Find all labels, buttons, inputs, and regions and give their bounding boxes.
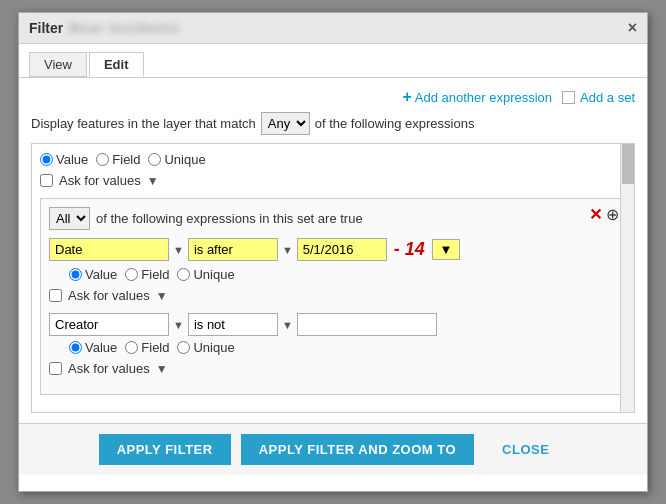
set-header-text: of the following expressions in this set… bbox=[96, 211, 363, 226]
outer-ask-row: Ask for values ▼ bbox=[40, 173, 626, 188]
set-move-icon[interactable]: ⊕ bbox=[606, 205, 619, 224]
filter-scroll-area[interactable]: Value Field Unique Ask for values ▼ bbox=[31, 143, 635, 413]
expr1-radio-field[interactable]: Field bbox=[125, 267, 169, 282]
set-match-select[interactable]: All bbox=[49, 207, 90, 230]
expr2-op-arrow[interactable]: ▼ bbox=[282, 319, 293, 331]
title-text: Filter bbox=[29, 20, 63, 36]
expr2-vfu-row: Value Field Unique bbox=[69, 340, 617, 355]
expr2-radio-value[interactable]: Value bbox=[69, 340, 117, 355]
match-row: Display features in the layer that match… bbox=[31, 112, 635, 135]
add-expression-label: Add another expression bbox=[415, 90, 552, 105]
add-set-button[interactable]: Add a set bbox=[562, 90, 635, 105]
expr1-field-arrow[interactable]: ▼ bbox=[173, 244, 184, 256]
expr2-unique-label: Unique bbox=[193, 340, 234, 355]
set-remove-icon[interactable]: ✕ bbox=[589, 205, 602, 224]
expr1-op-arrow[interactable]: ▼ bbox=[282, 244, 293, 256]
outer-ask-dropdown-icon[interactable]: ▼ bbox=[147, 174, 159, 188]
expr2-radio-group: Value Field Unique bbox=[69, 340, 235, 355]
set-header: All of the following expressions in this… bbox=[49, 207, 617, 230]
title-dataset: Bear Incidents bbox=[69, 20, 179, 36]
close-button[interactable]: CLOSE bbox=[484, 434, 567, 465]
expr2-field-label: Field bbox=[141, 340, 169, 355]
outer-vfu-row: Value Field Unique bbox=[40, 152, 626, 167]
expr1-ask-row: Ask for values ▼ bbox=[49, 288, 617, 303]
expr2-field-input[interactable] bbox=[49, 313, 169, 336]
dialog-close-icon[interactable]: × bbox=[628, 19, 637, 37]
expr2-ask-row: Ask for values ▼ bbox=[49, 361, 617, 376]
expr1-field-input[interactable] bbox=[49, 238, 169, 261]
toolbar-row: + Add another expression Add a set bbox=[31, 88, 635, 106]
apply-filter-zoom-button[interactable]: APPLY FILTER AND ZOOM TO bbox=[241, 434, 474, 465]
expr2-op-input[interactable] bbox=[188, 313, 278, 336]
expr1-row: ▼ ▼ - 14 ▼ bbox=[49, 238, 617, 261]
set-box: All of the following expressions in this… bbox=[40, 198, 626, 395]
outer-radio-value[interactable]: Value bbox=[40, 152, 88, 167]
expr1-ask-label: Ask for values bbox=[68, 288, 150, 303]
expr2-value-input[interactable] bbox=[297, 313, 437, 336]
scrollbar-track[interactable] bbox=[620, 144, 634, 412]
match-select[interactable]: Any bbox=[261, 112, 310, 135]
tab-view[interactable]: View bbox=[29, 52, 87, 77]
expr1-value-input[interactable] bbox=[297, 238, 387, 261]
expr1-ask-arrow[interactable]: ▼ bbox=[156, 289, 168, 303]
expr2-field-arrow[interactable]: ▼ bbox=[173, 319, 184, 331]
outer-value-label: Value bbox=[56, 152, 88, 167]
filter-dialog: Filter Bear Incidents × View Edit + Add … bbox=[18, 12, 648, 492]
expr1-vfu-row: Value Field Unique bbox=[69, 267, 617, 282]
tab-edit[interactable]: Edit bbox=[89, 52, 144, 77]
scrollbar-thumb[interactable] bbox=[622, 144, 634, 184]
outer-unique-label: Unique bbox=[164, 152, 205, 167]
dialog-footer: APPLY FILTER APPLY FILTER AND ZOOM TO CL… bbox=[19, 423, 647, 475]
outer-field-label: Field bbox=[112, 152, 140, 167]
expr2-ask-label: Ask for values bbox=[68, 361, 150, 376]
expr1-op-input[interactable] bbox=[188, 238, 278, 261]
expr1-ask-checkbox[interactable] bbox=[49, 289, 62, 302]
expr1-unique-label: Unique bbox=[193, 267, 234, 282]
dialog-title: Filter Bear Incidents bbox=[29, 20, 180, 36]
expr1-radio-value[interactable]: Value bbox=[69, 267, 117, 282]
expr2-row: ▼ ▼ bbox=[49, 313, 617, 336]
match-suffix: of the following expressions bbox=[315, 116, 475, 131]
outer-ask-label: Ask for values bbox=[59, 173, 141, 188]
expr2-ask-checkbox[interactable] bbox=[49, 362, 62, 375]
outer-ask-checkbox[interactable] bbox=[40, 174, 53, 187]
expr1-value-dropdown[interactable]: ▼ bbox=[432, 239, 460, 260]
add-set-checkbox[interactable] bbox=[562, 91, 575, 104]
expr1-value-label: Value bbox=[85, 267, 117, 282]
match-prefix: Display features in the layer that match bbox=[31, 116, 256, 131]
expr2-radio-field[interactable]: Field bbox=[125, 340, 169, 355]
tab-bar: View Edit bbox=[19, 44, 647, 78]
add-expression-button[interactable]: + Add another expression bbox=[402, 88, 552, 106]
expr1-radio-unique[interactable]: Unique bbox=[177, 267, 234, 282]
add-set-label: Add a set bbox=[580, 90, 635, 105]
expr1-field-label: Field bbox=[141, 267, 169, 282]
expr2-radio-unique[interactable]: Unique bbox=[177, 340, 234, 355]
outer-radio-group: Value Field Unique bbox=[40, 152, 206, 167]
expr1-minus-label: - 14 bbox=[394, 239, 425, 260]
expr1-radio-group: Value Field Unique bbox=[69, 267, 235, 282]
set-actions: ✕ ⊕ bbox=[589, 205, 619, 224]
dialog-body: + Add another expression Add a set Displ… bbox=[19, 78, 647, 423]
expr2-value-label: Value bbox=[85, 340, 117, 355]
apply-filter-button[interactable]: APPLY FILTER bbox=[99, 434, 231, 465]
expr2-ask-arrow[interactable]: ▼ bbox=[156, 362, 168, 376]
dialog-titlebar: Filter Bear Incidents × bbox=[19, 13, 647, 44]
outer-radio-unique[interactable]: Unique bbox=[148, 152, 205, 167]
outer-radio-field[interactable]: Field bbox=[96, 152, 140, 167]
plus-icon: + bbox=[402, 88, 411, 106]
